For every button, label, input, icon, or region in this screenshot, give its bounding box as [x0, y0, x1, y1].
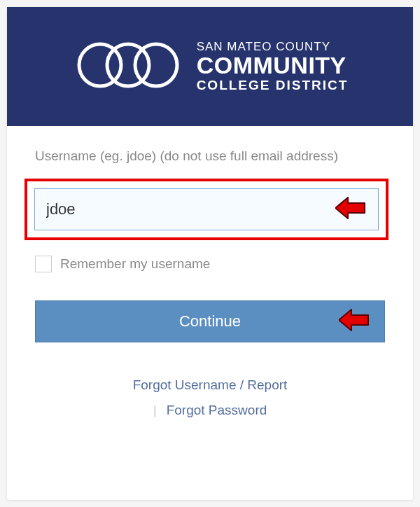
pipe-divider: | — [153, 403, 157, 418]
username-label: Username (eg. jdoe) (do not use full ema… — [35, 147, 385, 166]
forgot-username-link[interactable]: Forgot Username / Report — [133, 377, 288, 392]
login-form: Username (eg. jdoe) (do not use full ema… — [7, 126, 413, 432]
institution-line3: COLLEGE DISTRICT — [197, 78, 349, 92]
remember-row: Remember my username — [35, 256, 385, 272]
continue-wrap: Continue — [35, 300, 385, 342]
interlocking-rings-logo-icon — [72, 34, 184, 99]
remember-checkbox[interactable] — [35, 256, 52, 272]
forgot-password-link[interactable]: Forgot Password — [167, 403, 267, 418]
callout-arrow-icon — [339, 308, 370, 335]
institution-name: SAN MATEO COUNTY COMMUNITY COLLEGE DISTR… — [197, 41, 349, 92]
header-banner: SAN MATEO COUNTY COMMUNITY COLLEGE DISTR… — [7, 7, 413, 126]
continue-button[interactable]: Continue — [35, 300, 385, 342]
institution-line2: COMMUNITY — [197, 53, 349, 78]
username-input[interactable] — [34, 188, 379, 230]
svg-point-2 — [135, 44, 177, 86]
login-card: SAN MATEO COUNTY COMMUNITY COLLEGE DISTR… — [7, 7, 413, 500]
help-links: Forgot Username / Report | Forgot Passwo… — [35, 377, 385, 418]
link-divider-row: | Forgot Password — [35, 403, 385, 418]
callout-arrow-icon — [335, 196, 366, 223]
username-highlight-annotation — [24, 179, 388, 240]
remember-label: Remember my username — [60, 256, 210, 272]
